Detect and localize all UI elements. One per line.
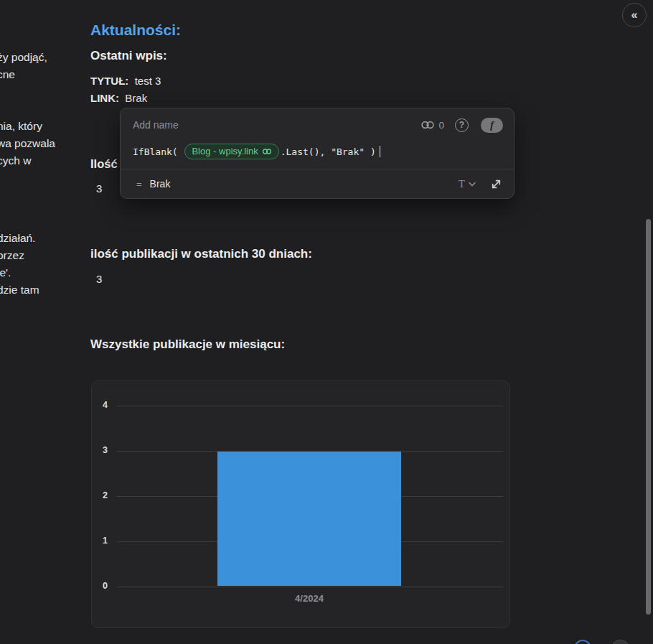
- text-format-icon: T: [459, 178, 465, 190]
- formula-result-row: = Brak T: [121, 169, 514, 198]
- collapse-sidebar-button[interactable]: «: [622, 3, 647, 27]
- equals-icon: =: [136, 179, 142, 190]
- double-chevron-left-icon: «: [631, 9, 638, 22]
- gridline: [117, 406, 503, 406]
- count-heading: Ilość: [90, 157, 118, 171]
- formula-editor-popup: Add name 0 ? f IfBlank( Blog - wpisy.lin…: [120, 108, 515, 199]
- y-tick-label: 1: [98, 536, 108, 546]
- expand-button[interactable]: [490, 178, 502, 190]
- chip-link-icon: [262, 147, 272, 156]
- column-reference-chip[interactable]: Blog - wpisy.link: [184, 144, 278, 159]
- y-tick-label: 2: [98, 490, 108, 500]
- clipped-text-line: dzie tam: [0, 281, 39, 299]
- chip-label: Blog - wpisy.link: [192, 146, 258, 157]
- post-link-line: LINK: Brak: [90, 92, 147, 104]
- expand-icon: [490, 178, 502, 190]
- name-input[interactable]: Add name: [133, 119, 421, 131]
- clipped-text-line: ży podjąć,: [0, 49, 47, 66]
- link-icon[interactable]: [421, 119, 435, 131]
- format-dropdown[interactable]: T: [459, 178, 476, 190]
- post-link-value: Brak: [125, 92, 147, 104]
- clipped-text-line: nia, który: [0, 118, 42, 135]
- y-tick-label: 0: [98, 581, 108, 591]
- formula-input[interactable]: IfBlank( Blog - wpisy.link .Last(), "Bra…: [133, 141, 505, 162]
- count30-heading: ilość publikacji w ostatnich 30 dniach:: [90, 247, 312, 261]
- last-post-heading: Ostatni wpis:: [90, 49, 167, 63]
- chart-heading: Wszystkie publikacje w miesiącu:: [90, 337, 285, 352]
- floating-action-button-blue[interactable]: [574, 640, 591, 644]
- page-title: Aktualności:: [90, 22, 181, 39]
- clipped-text-line: działań.: [0, 230, 35, 247]
- result-value: Brak: [150, 178, 459, 190]
- links-count: 0: [438, 120, 444, 131]
- formula-header-icons: 0 ? f: [421, 118, 503, 133]
- post-title-label: TYTUŁ:: [90, 75, 128, 87]
- help-icon[interactable]: ?: [455, 118, 469, 132]
- bar-4/2024[interactable]: [217, 452, 401, 586]
- post-title-line: TYTUŁ: test 3: [90, 75, 161, 87]
- formula-suffix: .Last(), "Brak" ): [281, 146, 376, 157]
- floating-action-button-gray[interactable]: [611, 640, 630, 644]
- count-value: 3: [96, 182, 102, 195]
- vertical-scrollbar[interactable]: [646, 219, 651, 615]
- post-title-value: test 3: [135, 75, 161, 87]
- clipped-text-line: cne: [0, 66, 15, 83]
- gridline: [117, 587, 503, 587]
- clipped-text-line: le'.: [0, 264, 11, 281]
- clipped-text-line: wa pozwala: [0, 135, 55, 152]
- count30-value: 3: [96, 273, 102, 285]
- clipped-text-line: orzez: [0, 247, 24, 264]
- x-tick-label: 4/2024: [217, 593, 401, 604]
- text-cursor: [380, 146, 381, 157]
- y-tick-label: 3: [98, 445, 108, 455]
- formula-prefix: IfBlank(: [133, 146, 183, 157]
- clipped-text-line: cych w: [0, 152, 31, 169]
- y-tick-label: 4: [98, 400, 108, 410]
- post-link-label: LINK:: [90, 92, 119, 104]
- publications-bar-chart: 432104/2024: [91, 381, 510, 628]
- chevron-down-icon: [469, 182, 476, 187]
- formula-popup-header: Add name 0 ? f: [121, 108, 514, 141]
- formula-toggle-button[interactable]: f: [481, 118, 503, 133]
- clipped-left-column: ży podjąć,cnenia, którywa pozwalacych wd…: [0, 0, 83, 644]
